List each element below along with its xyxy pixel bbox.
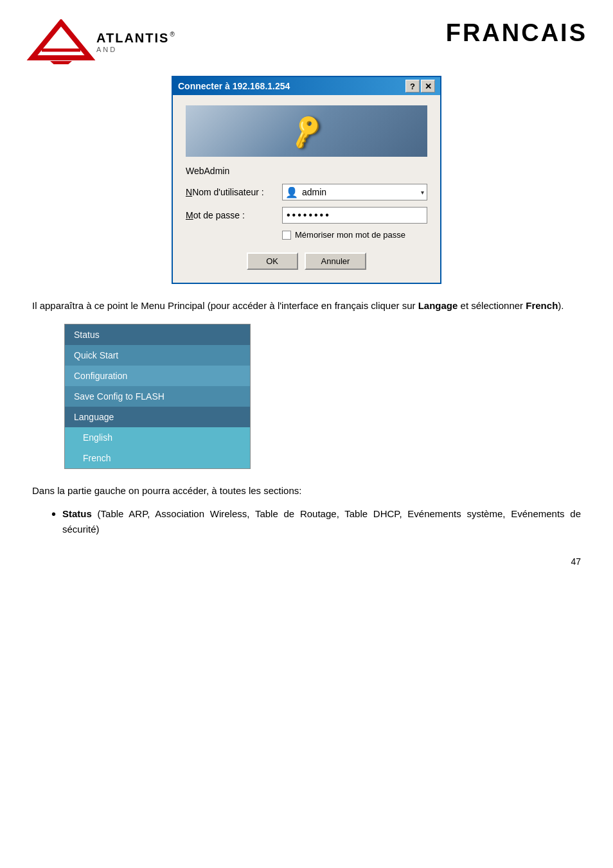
brand-name: ATLANTIS [96, 31, 169, 46]
body-text-2: et sélectionner [458, 300, 526, 311]
body-bold-french: French [526, 300, 558, 311]
nav-item-configuration[interactable]: Configuration [65, 366, 250, 386]
username-label: NNom d'utilisateur : [186, 187, 282, 197]
dialog-wrapper: Connecter à 192.168.1.254 ? ✕ 🔑 WebAdmin… [26, 76, 587, 284]
page-number: 47 [26, 556, 587, 567]
page-header: ATLANTIS® AND FRANCAIS [26, 19, 587, 64]
body-paragraph: Il apparaîtra à ce point le Menu Princip… [26, 298, 587, 314]
svg-marker-0 [32, 22, 90, 58]
dialog-body: 🔑 WebAdmin NNom d'utilisateur : 👤 admin … [173, 95, 440, 283]
bottom-paragraph: Dans la partie gauche on pourra accéder,… [32, 483, 581, 499]
body-bold-langage: Langage [418, 300, 458, 311]
cancel-button[interactable]: Annuler [305, 252, 367, 270]
svg-marker-2 [50, 61, 72, 64]
dialog-controls: ? ✕ [405, 80, 435, 93]
nav-menu: Status Quick Start Configuration Save Co… [64, 324, 251, 469]
password-input[interactable] [282, 207, 427, 224]
atlantis-logo [26, 19, 96, 64]
brand-text: ATLANTIS® AND [96, 31, 175, 53]
bullet-bold-status: Status [62, 508, 92, 519]
username-field: NNom d'utilisateur : 👤 admin ▾ [186, 184, 427, 200]
brand-and: AND [96, 46, 175, 53]
remember-checkbox[interactable] [282, 231, 291, 240]
body-text-1: Il apparaîtra à ce point le Menu Princip… [32, 300, 418, 311]
dialog-titlebar: Connecter à 192.168.1.254 ? ✕ [173, 77, 440, 95]
dialog-image-area: 🔑 [186, 105, 427, 157]
username-input-wrapper: 👤 admin ▾ [282, 184, 427, 200]
password-label: Mot de passe : [186, 210, 282, 220]
logo-area: ATLANTIS® AND [26, 19, 175, 64]
body-text-3: ). [558, 300, 564, 311]
password-field: Mot de passe : [186, 207, 427, 224]
bullet-rest-status: (Table ARP, Association Wireless, Table … [62, 508, 581, 535]
dialog-buttons: OK Annuler [186, 252, 427, 270]
bullet-content-status: Status (Table ARP, Association Wireless,… [62, 506, 581, 537]
nav-item-save-config[interactable]: Save Config to FLASH [65, 386, 250, 407]
remember-checkbox-row: Mémoriser mon mot de passe [282, 230, 427, 240]
nav-item-language[interactable]: Language [65, 407, 250, 427]
bottom-section: Dans la partie gauche on pourra accéder,… [26, 483, 587, 537]
bullet-dot: • [51, 506, 56, 537]
key-icon: 🔑 [286, 111, 326, 150]
user-icon: 👤 [285, 186, 298, 199]
username-value: admin [302, 187, 326, 197]
login-dialog: Connecter à 192.168.1.254 ? ✕ 🔑 WebAdmin… [172, 76, 441, 284]
brand-registered: ® [170, 31, 174, 38]
select-arrow-icon: ▾ [421, 189, 424, 196]
nav-item-french[interactable]: French [65, 448, 250, 468]
bullet-list: • Status (Table ARP, Association Wireles… [32, 506, 581, 537]
page-title: FRANCAIS [446, 19, 587, 47]
remember-label: Mémoriser mon mot de passe [295, 230, 405, 240]
nav-item-english[interactable]: English [65, 427, 250, 448]
dialog-close-button[interactable]: ✕ [421, 80, 435, 93]
password-input-wrapper [282, 207, 427, 224]
dialog-help-button[interactable]: ? [405, 80, 420, 93]
nav-item-status[interactable]: Status [65, 324, 250, 345]
ok-button[interactable]: OK [247, 252, 298, 270]
webadmin-label: WebAdmin [186, 166, 427, 176]
bullet-item-status: • Status (Table ARP, Association Wireles… [51, 506, 581, 537]
nav-item-quick-start[interactable]: Quick Start [65, 345, 250, 366]
dialog-title: Connecter à 192.168.1.254 [178, 81, 290, 91]
username-select[interactable]: 👤 admin ▾ [282, 184, 427, 200]
